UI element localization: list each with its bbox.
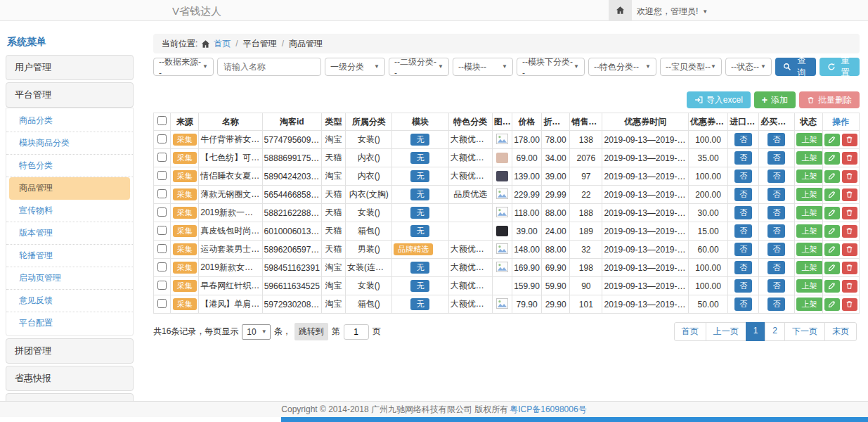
imported-toggle-button[interactable]: 否 xyxy=(734,224,752,238)
imported-toggle-button[interactable]: 否 xyxy=(734,206,752,219)
sidebar-item[interactable]: 宣传物料 xyxy=(6,200,133,222)
page-button[interactable]: 上一页 xyxy=(706,322,746,341)
breadcrumb-home-link[interactable]: 首页 xyxy=(214,38,231,50)
edit-button[interactable] xyxy=(824,298,840,311)
must-buy-toggle-button[interactable]: 否 xyxy=(767,151,785,165)
sidebar-item[interactable]: 特色分类 xyxy=(6,155,133,177)
query-button[interactable]: 查询 xyxy=(775,58,816,76)
add-button[interactable]: + 添加 xyxy=(754,91,796,108)
import-excel-button[interactable]: 导入excel xyxy=(687,91,751,108)
delete-button[interactable] xyxy=(842,225,857,238)
edit-button[interactable] xyxy=(824,262,840,274)
home-button[interactable] xyxy=(609,0,632,20)
row-checkbox[interactable] xyxy=(157,262,167,271)
row-checkbox[interactable] xyxy=(157,281,167,290)
name-search-input[interactable] xyxy=(217,58,321,76)
user-menu[interactable]: 欢迎您，管理员! ▼ xyxy=(637,6,708,18)
delete-button[interactable] xyxy=(842,188,857,201)
status-button[interactable]: 上架 xyxy=(796,151,823,165)
edit-button[interactable] xyxy=(824,225,840,238)
edit-button[interactable] xyxy=(824,188,840,201)
edit-button[interactable] xyxy=(824,152,840,165)
delete-button[interactable] xyxy=(842,152,857,165)
row-checkbox[interactable] xyxy=(157,189,167,198)
status-button[interactable]: 上架 xyxy=(796,279,823,293)
delete-button[interactable] xyxy=(842,262,857,274)
delete-button[interactable] xyxy=(842,207,857,219)
must-buy-toggle-button[interactable]: 否 xyxy=(767,298,785,311)
imported-toggle-button[interactable]: 否 xyxy=(734,298,752,311)
must-buy-toggle-button[interactable]: 否 xyxy=(767,188,785,201)
sidebar-group[interactable]: 平台管理 xyxy=(6,82,134,108)
edit-button[interactable] xyxy=(824,134,840,146)
page-button[interactable]: 2 xyxy=(765,322,785,341)
edit-button[interactable] xyxy=(824,243,840,256)
status-button[interactable]: 上架 xyxy=(796,224,823,238)
filter-select-module[interactable]: --模块--▼ xyxy=(453,58,513,76)
per-page-select[interactable]: 10 ▼ xyxy=(242,324,270,340)
page-button[interactable]: 1 xyxy=(746,322,766,341)
filter-select-level1-category[interactable]: 一级分类▼ xyxy=(325,58,385,76)
row-checkbox[interactable] xyxy=(157,244,167,253)
row-checkbox[interactable] xyxy=(157,134,167,143)
imported-toggle-button[interactable]: 否 xyxy=(734,170,752,183)
filter-select-level2-category[interactable]: --二级分类--▼ xyxy=(389,58,449,76)
must-buy-toggle-button[interactable]: 否 xyxy=(767,279,785,293)
sidebar-group[interactable]: 省惠快报 xyxy=(6,366,134,391)
imported-toggle-button[interactable]: 否 xyxy=(734,188,752,201)
must-buy-toggle-button[interactable]: 否 xyxy=(767,224,785,238)
reset-button[interactable]: 重置 xyxy=(820,58,860,76)
status-button[interactable]: 上架 xyxy=(796,188,823,201)
imported-toggle-button[interactable]: 否 xyxy=(734,279,752,293)
must-buy-toggle-button[interactable]: 否 xyxy=(767,243,785,256)
status-button[interactable]: 上架 xyxy=(796,298,823,311)
filter-select-item-type[interactable]: --宝贝类型--▼ xyxy=(660,58,722,76)
edit-button[interactable] xyxy=(824,280,840,293)
row-checkbox[interactable] xyxy=(157,226,167,235)
imported-toggle-button[interactable]: 否 xyxy=(734,133,752,146)
sidebar-item[interactable]: 模块商品分类 xyxy=(6,132,133,155)
filter-select-status[interactable]: --状态--▼ xyxy=(725,58,772,76)
page-button[interactable]: 下一页 xyxy=(784,322,825,341)
filter-select-data-source[interactable]: --数据来源--▼ xyxy=(153,58,214,76)
status-button[interactable]: 上架 xyxy=(796,170,823,183)
must-buy-toggle-button[interactable]: 否 xyxy=(767,170,785,183)
filter-select-module-subcategory[interactable]: --模块下分类--▼ xyxy=(517,58,585,76)
filter-select-feature-category[interactable]: --特色分类--▼ xyxy=(588,58,656,76)
sidebar-item[interactable]: 商品分类 xyxy=(6,110,133,132)
page-input[interactable] xyxy=(344,324,369,340)
edit-button[interactable] xyxy=(824,170,840,183)
delete-button[interactable] xyxy=(842,298,857,311)
status-button[interactable]: 上架 xyxy=(796,206,823,219)
sidebar-group[interactable]: 用户管理 xyxy=(6,55,134,80)
status-button[interactable]: 上架 xyxy=(796,133,823,146)
batch-delete-button[interactable]: 批量删除 xyxy=(799,91,860,108)
sidebar-item[interactable]: 平台配置 xyxy=(6,312,133,334)
sidebar-group[interactable]: 拼团管理 xyxy=(6,338,134,364)
delete-button[interactable] xyxy=(842,170,857,183)
must-buy-toggle-button[interactable]: 否 xyxy=(767,133,785,146)
sidebar-item[interactable]: 意见反馈 xyxy=(6,290,133,312)
row-checkbox[interactable] xyxy=(157,171,167,180)
page-button[interactable]: 首页 xyxy=(674,322,706,341)
select-all-checkbox[interactable] xyxy=(157,116,167,125)
must-buy-toggle-button[interactable]: 否 xyxy=(767,261,785,274)
edit-button[interactable] xyxy=(824,207,840,219)
status-button[interactable]: 上架 xyxy=(796,243,823,256)
delete-button[interactable] xyxy=(842,280,857,293)
must-buy-toggle-button[interactable]: 否 xyxy=(767,206,785,219)
row-checkbox[interactable] xyxy=(157,299,167,308)
imported-toggle-button[interactable]: 否 xyxy=(734,243,752,256)
imported-toggle-button[interactable]: 否 xyxy=(734,151,752,165)
sidebar-item[interactable]: 启动页管理 xyxy=(6,267,133,290)
sidebar-item[interactable]: 商品管理 xyxy=(9,177,130,200)
sidebar-item[interactable]: 轮播管理 xyxy=(6,245,133,267)
delete-button[interactable] xyxy=(842,134,857,146)
icp-link[interactable]: 粤ICP备16098006号 xyxy=(510,404,586,416)
status-button[interactable]: 上架 xyxy=(796,261,823,274)
delete-button[interactable] xyxy=(842,243,857,256)
jump-button[interactable]: 跳转到 xyxy=(294,323,328,340)
row-checkbox[interactable] xyxy=(157,207,167,217)
page-button[interactable]: 末页 xyxy=(824,322,857,341)
sidebar-item[interactable]: 版本管理 xyxy=(6,222,133,245)
